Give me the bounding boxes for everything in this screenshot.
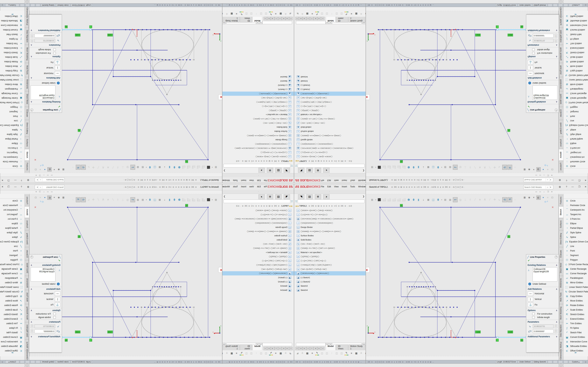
tool-mirror-entities[interactable]: ⧉Mirror Entities [563,280,588,285]
tree-row[interactable]: ◔◯ƧЅ⨀ƧЅИЗЄЅЅ◯∘◯ƧЅЗЄИЅЅ⨀ƧЅ◯ [294,142,366,146]
filter-input[interactable] [224,164,290,167]
bottom-toolbar-icon[interactable]: ≞ [284,351,287,355]
tool-center-rectangle[interactable]: ▣Center Rectangle [563,96,588,100]
bottom-toolbar-icon[interactable]: ⊿ [289,351,293,355]
more-tools-chevron[interactable]: ≫ [11,13,14,16]
command-tab-data-migration[interactable]: Data Migration [559,322,563,339]
command-tab-direct-editing[interactable]: Direct Editing [25,231,29,247]
tool-fit-spline[interactable]: ∫Fit Spline [0,326,25,330]
search-box[interactable]: ⌕ ▾ [35,185,65,189]
tree-row[interactable]: ▱◯⨀⁑⦿∥◯∘◯∥⦿⁑⨀◯ [294,254,366,259]
close-button[interactable]: ✕ [0,185,5,189]
add-relation-fix[interactable]: ⚓Fix [31,60,60,65]
bottom-toolbar-icon[interactable]: ◫ [335,351,339,355]
tool-segment[interactable]: ⁘Segment [563,109,588,114]
tool-sketch-fillet[interactable]: ╯Sketch Fillet [563,32,588,37]
tree-row[interactable]: Σ◯ƧЅИ⨀∘✦Α∩ᵟЗЄ◯∘◯ЗЄᵟ∩Α✦∘⨀ИЅЅ◯ [222,117,294,121]
command-tab-direct-editing[interactable]: Direct Editing [559,120,563,136]
tree-row[interactable]: ⌕◯人⨀✦ƧЅ∘Ɏ◯∘◯Ɏ∘ƧЅ✦⨀人◯ [294,150,366,154]
tree-root-row[interactable]: ⬗⬗ TЯPDL2. ⊙ ЗЄ ⊙ Ш ⊙ ⊙ ⊙ ✦ ⊙ ⊃Ϲ ⊙ ЗЄ ⊙ … [222,159,294,163]
option-for-construction[interactable]: For construction [528,52,557,54]
menu-view[interactable]: View [249,179,254,182]
tree-row[interactable]: ◔◯ƧЅ⨀ƧЅИЗЄЅЅ◯∘◯ƧЅЗЄИЅЅ⨀ƧЅ◯ [222,142,294,146]
fm-panel-tab-2[interactable]: ⊕ [315,194,321,199]
tool-center-rectangle[interactable]: ▣Center Rectangle [563,267,588,271]
checkbox[interactable] [53,48,56,51]
tree-root-row[interactable]: ⬗⬗ TЯPDL2. ⊙ ЗЄ ⊙ Ш ⊙ ⊙ ⊙ ✦ ⊙ ⊃Ϲ ⊙ ЗЄ ⊙ … [294,159,366,163]
tab-nav-button[interactable]: ⏭ [263,17,267,20]
tool-copy-entities[interactable]: ⧉Copy Entities [563,294,588,299]
tool-convert-entities[interactable]: ⬓Convert Entities [563,335,588,339]
bottom-toolbar-icon[interactable]: ≡ [274,12,278,16]
tree-row[interactable]: ⌕◯人⨀✦ƧЅ∘Ɏ◯∘◯Ɏ∘ƧЅ✦⨀人◯ [294,213,366,217]
command-tab-sketch[interactable]: Sketch [25,149,29,161]
tool-segment[interactable]: ⁘Segment [563,253,588,258]
bottom-toolbar-icon[interactable]: ≡ [235,12,239,16]
command-tab-mesh-modeling[interactable]: Mesh Modeling [25,304,29,322]
bottom-toolbar-icon[interactable]: ◫ [325,12,329,16]
status-custom-cell[interactable]: Custom ▴ [569,4,583,7]
relation-item[interactable]: Collinear108 [534,268,556,270]
tool-linear-sketch-pattern[interactable]: ⿲Linear Sketch Pattern [563,285,588,289]
tool-linear-sketch-pattern[interactable]: ⿲Linear Sketch Pattern [0,285,25,289]
tree-row[interactable]: ⌕◯人⨀✦ƧЅ∘Ɏ◯∘◯Ɏ∘ƧЅ✦⨀人◯ [222,213,294,217]
add-relation-vertical[interactable]: ❘Vertical [31,66,60,70]
tab-nav-button[interactable]: ▶ [282,347,285,350]
tree-row[interactable]: ▱◯⨀⁑⦿∥◯∘◯∥⦿⁑⨀◯ [294,108,366,113]
relation-item[interactable]: Collinear108 [534,97,556,99]
relations-listbox[interactable]: Collinear108Equal length109 [31,267,55,282]
tree-row[interactable]: ▥◯ƧЅ✦ЗЄЅЅ◯ИИ⨀∘✦⊃ϽЗЄUЗЄЅЅ◯∘◯ƧЅЗЄUЗЄϽϽ✦∘⨀И… [222,217,294,221]
tab-nav-button[interactable]: ⏭ [263,347,267,350]
tree-row[interactable]: ◪(-) Sketch1 [222,87,294,92]
command-tab-features[interactable]: Features [559,161,563,172]
collapse-chevron[interactable]: ∧ [31,309,32,312]
expand-chevron[interactable]: ∨ [31,29,32,32]
tool-center-rectangle[interactable]: ▣Center Rectangle [0,267,25,271]
command-tab-weldments[interactable]: Weldments [559,77,563,91]
tool-spline[interactable]: ∿Spline [563,128,588,132]
collapse-chevron[interactable]: ∧ [556,77,557,79]
fm-tab-scroll-right[interactable]: ❯ [224,195,225,198]
tool-3-point-arc[interactable]: ⌢3 Point Arc [0,217,25,221]
checkbox[interactable] [532,52,535,54]
collapse-chevron[interactable]: ∧ [556,288,557,290]
bottom-toolbar-icon[interactable]: ▦ [354,351,358,355]
tab-nav-button[interactable]: ◀ [285,347,289,350]
tool-copy-entities[interactable]: ⧉Copy Entities [0,68,25,73]
minimize-button[interactable]: — [13,178,18,182]
fm-panel-tab-1[interactable]: ▤ [275,168,282,173]
scrollbar-track[interactable] [262,343,292,346]
tool-intersection-curve[interactable]: ⧈Intersection Curve [0,339,25,344]
fm-panel-tab-0[interactable]: ◥ [284,194,290,199]
tool-scale-entities[interactable]: ⤢Scale Entities [0,308,25,312]
menu-insert[interactable]: Insert [241,185,246,188]
collapse-chevron[interactable]: ∧ [556,264,557,266]
doc-control-icon[interactable]: ▭ [539,174,541,176]
tree-row[interactable]: ◪(-) Sketch1 [222,275,294,280]
tab-3d-views[interactable]: 3D Views [336,344,348,350]
tool-circular-sketch-pattern[interactable]: ↻Circular Sketch Pattern [563,289,588,294]
menu-edit[interactable]: Edit [257,179,261,182]
tool-convert-entities[interactable]: ⬓Convert Entities [0,28,25,32]
close-button[interactable]: ✕ [583,185,588,189]
tool-perimeter-circle[interactable]: ◌Perimeter Circle [563,203,588,208]
panel-help-icon[interactable]: ? [30,256,33,259]
menu-file[interactable]: File [264,179,267,182]
fm-panel-tab-3[interactable]: ◕ [323,194,329,199]
tool-convert-entities[interactable]: ⬓Convert Entities [563,28,588,32]
menu-insert[interactable]: Insert [342,185,347,188]
relation-item[interactable]: Equal length109 [534,270,556,273]
tool-sketch-fillet[interactable]: ╯Sketch Fillet [563,330,588,335]
command-tab--[interactable]: ⋮ [559,366,563,367]
option-for-construction[interactable]: For construction [31,52,60,54]
tool-spline[interactable]: ∿Spline [0,235,25,239]
bottom-toolbar-icon[interactable]: ▦ [230,351,234,355]
doc-control-icon[interactable]: ▭ [51,191,53,193]
command-tab-data-migration[interactable]: Data Migration [25,322,29,339]
tree-row[interactable]: ◙Solid Bodies [222,238,294,242]
bottom-toolbar-icon[interactable]: ✎ [345,12,348,16]
tree-row[interactable]: ↳◯ШΛ∘⨀ₓ⦿И◯∘◯И⦿ₓ⨀∘ΛШ◯ [294,267,366,271]
tool-ellipse[interactable]: ⬭Ellipse [0,221,25,226]
tool-center-rectangle[interactable]: ▣Center Rectangle [0,96,25,100]
user-account-icon[interactable]: ◍ [558,185,562,189]
